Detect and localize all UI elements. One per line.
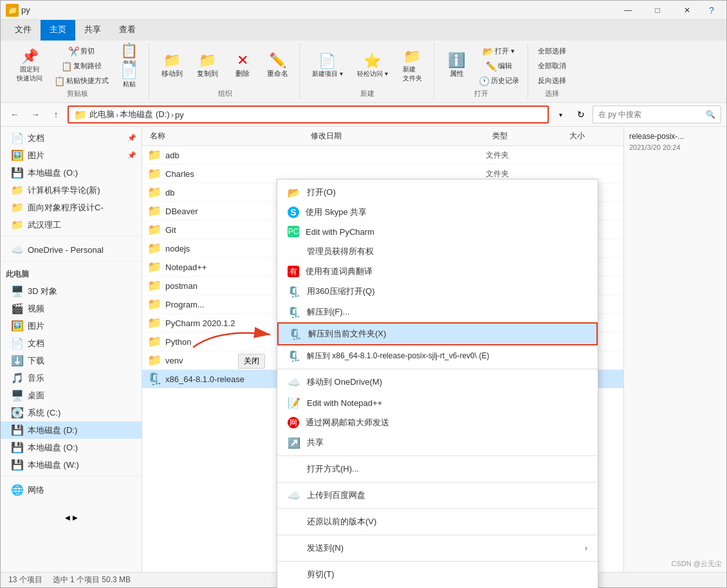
tab-file[interactable]: 文件 xyxy=(6,20,41,41)
sidebar-item-label: 本地磁盘 (W:) xyxy=(28,459,136,471)
ctx-open-with[interactable]: 打开方式(H)... xyxy=(277,459,598,479)
ctx-360-icon: 🗜️ xyxy=(288,285,300,298)
sidebar-item-music[interactable]: 🎵 音乐 xyxy=(1,369,142,387)
ctx-admin[interactable]: 管理员获得所有权 xyxy=(277,241,598,262)
rename-button[interactable]: ✏️ 重命名 xyxy=(261,49,294,84)
tab-view[interactable]: 查看 xyxy=(110,20,145,41)
address-bar[interactable]: 📁 此电脑 › 本地磁盘 (D:) › py xyxy=(68,106,549,124)
tab-share[interactable]: 共享 xyxy=(75,20,110,41)
copy-path-button[interactable]: 📋 复制路径 xyxy=(51,59,112,73)
sidebar-item-network[interactable]: 🌐 网络 xyxy=(1,481,142,499)
history-button[interactable]: 🕐 历史记录 xyxy=(475,74,522,87)
right-panel-date: 2021/3/20 20:24 xyxy=(629,143,721,151)
sidebar-item-onedrive[interactable]: ☁️ OneDrive - Personal xyxy=(1,241,142,259)
copy-button[interactable]: 📋 复制 xyxy=(115,46,143,66)
sidebar-item-system-c[interactable]: 💽 系统 (C:) xyxy=(1,404,142,421)
help-button[interactable]: ? xyxy=(702,1,721,20)
sidebar-item-pictures[interactable]: 🖼️ 图片 📌 xyxy=(1,147,142,164)
up-button[interactable]: ↑ xyxy=(47,106,65,124)
ctx-baidu[interactable]: ☁️ 上传到百度网盘 xyxy=(277,485,598,506)
open-group-label: 打开 xyxy=(474,89,488,98)
select-none-button[interactable]: 全部取消 xyxy=(535,59,569,73)
ctx-restore[interactable]: 还原以前的版本(V) xyxy=(277,511,598,532)
drive-c-icon: 💽 xyxy=(11,407,24,419)
address-part-this-pc[interactable]: 此电脑 xyxy=(89,109,115,120)
file-row-adb[interactable]: 📁 adb 文件夹 xyxy=(142,146,623,165)
sidebar-item-docs2[interactable]: 📄 文档 xyxy=(1,335,142,352)
address-part-py[interactable]: py xyxy=(175,110,184,120)
new-item-label: 新建项目 ▾ xyxy=(312,69,343,78)
maximize-button[interactable]: □ xyxy=(643,1,672,20)
ctx-netease[interactable]: 网 通过网易邮箱大师发送 xyxy=(277,413,598,432)
file-name: db xyxy=(165,188,294,198)
move-icon: 📁 xyxy=(163,53,181,68)
cut-button[interactable]: ✂️ 剪切 xyxy=(51,44,112,58)
select-all-button[interactable]: 全部选择 xyxy=(535,44,569,58)
ctx-extract-named[interactable]: 🗜️ 解压到 x86_64-8.1.0-release-posix-sjlj-r… xyxy=(277,345,598,366)
ctx-copy[interactable]: 复制(C) xyxy=(277,585,598,588)
refresh-button[interactable]: ↻ xyxy=(572,106,590,124)
invert-select-button[interactable]: 反向选择 xyxy=(535,74,569,87)
sidebar-item-documents[interactable]: 📄 文档 📌 xyxy=(1,129,142,147)
sidebar-item-cs-intro[interactable]: 📁 计算机科学导论(新) xyxy=(1,181,142,199)
sidebar-item-oop[interactable]: 📁 面向对象程序设计C- xyxy=(1,199,142,216)
copy-to-button[interactable]: 📁 复制到 xyxy=(191,49,224,84)
sidebar-item-local-d[interactable]: 💾 本地磁盘 (D:) xyxy=(1,421,142,439)
move-label: 移动到 xyxy=(161,69,183,78)
ctx-youdao[interactable]: 有 使用有道词典翻译 xyxy=(277,262,598,281)
back-button[interactable]: ← xyxy=(6,106,24,124)
sidebar-item-downloads[interactable]: ⬇️ 下载 xyxy=(1,352,142,369)
ctx-cut[interactable]: 剪切(T) xyxy=(277,564,598,585)
sidebar-item-local-w[interactable]: 💾 本地磁盘 (W:) xyxy=(1,456,142,473)
ctx-open[interactable]: 📂 打开(O) xyxy=(277,182,598,203)
edit-button[interactable]: ✏️ 编辑 xyxy=(475,59,522,73)
properties-button[interactable]: ℹ️ 属性 xyxy=(441,49,473,84)
ctx-skype[interactable]: S 使用 Skype 共享 xyxy=(277,203,598,222)
ctx-netease-icon: 网 xyxy=(288,417,299,428)
sidebar-item-videos[interactable]: 🎬 视频 xyxy=(1,300,142,317)
folder-icon: 📁 xyxy=(147,279,161,293)
sidebar-item-pictures2[interactable]: 🖼️ 图片 xyxy=(1,317,142,335)
sidebar-item-label: 3D 对象 xyxy=(28,286,136,297)
paste-button[interactable]: 📄 粘贴 xyxy=(115,67,143,86)
tab-home[interactable]: 主页 xyxy=(41,20,75,41)
sidebar-item-local-o2[interactable]: 💾 本地磁盘 (O:) xyxy=(1,439,142,456)
delete-button[interactable]: ✕ 删除 xyxy=(226,49,259,84)
sidebar-item-local-o[interactable]: 💾 本地磁盘 (O:) xyxy=(1,164,142,181)
ctx-share[interactable]: ↗️ 共享 xyxy=(277,432,598,453)
address-part-local-d[interactable]: 本地磁盘 (D:) xyxy=(120,109,169,120)
search-input[interactable] xyxy=(598,110,703,119)
ctx-extract-here[interactable]: 🗜️ 解压到当前文件夹(X) xyxy=(277,322,598,345)
open-button[interactable]: 📂 打开 ▾ xyxy=(475,44,522,58)
move-to-button[interactable]: 📁 移动到 xyxy=(156,49,189,84)
ctx-open-label: 打开(O) xyxy=(307,187,336,198)
ctx-pycharm[interactable]: PC Edit with PyCharm xyxy=(277,222,598,241)
col-date[interactable]: 修改日期 xyxy=(308,129,490,143)
col-type[interactable]: 类型 xyxy=(490,129,567,143)
pin-to-quick-access-button[interactable]: 📌 固定到快速访问 xyxy=(11,49,48,84)
new-folder-button[interactable]: 📁 新建文件夹 xyxy=(396,49,428,84)
search-bar[interactable]: 🔍 xyxy=(593,106,721,124)
edit-icon: ✏️ xyxy=(486,62,497,71)
sidebar-item-3d[interactable]: 🖥️ 3D 对象 xyxy=(1,282,142,300)
folder-icon: 📁 xyxy=(147,204,161,218)
col-name[interactable]: 名称 xyxy=(147,129,308,143)
ctx-360[interactable]: 🗜️ 用360压缩打开(Q) xyxy=(277,281,598,302)
sidebar-item-whu[interactable]: 📁 武汉理工 xyxy=(1,216,142,234)
address-dropdown-button[interactable]: ▾ xyxy=(551,106,569,124)
paste-shortcut-button[interactable]: 📋 粘贴快捷方式 xyxy=(51,74,112,87)
sidebar-scroll-right[interactable]: ▶ xyxy=(73,514,78,521)
ctx-extract-f[interactable]: 🗜️ 解压到(F)... xyxy=(277,302,598,322)
new-item-button[interactable]: 📄 新建项目 ▾ xyxy=(306,49,349,84)
copy-path-icon: 📋 xyxy=(61,62,72,71)
easy-access-button[interactable]: ⭐ 轻松访问 ▾ xyxy=(351,49,394,84)
close-button[interactable]: ✕ xyxy=(672,1,702,20)
sidebar-scroll-left[interactable]: ◀ xyxy=(65,514,70,521)
sidebar-item-desktop[interactable]: 🖥️ 桌面 xyxy=(1,387,142,404)
ctx-notepadpp[interactable]: 📝 Edit with Notepad++ xyxy=(277,392,598,413)
col-size[interactable]: 大小 xyxy=(567,129,618,143)
minimize-button[interactable]: — xyxy=(613,1,643,20)
forward-button[interactable]: → xyxy=(26,106,44,124)
ctx-sendto[interactable]: 发送到(N) › xyxy=(277,538,598,558)
ctx-onedrive[interactable]: ☁️ 移动到 OneDrive(M) xyxy=(277,372,598,392)
